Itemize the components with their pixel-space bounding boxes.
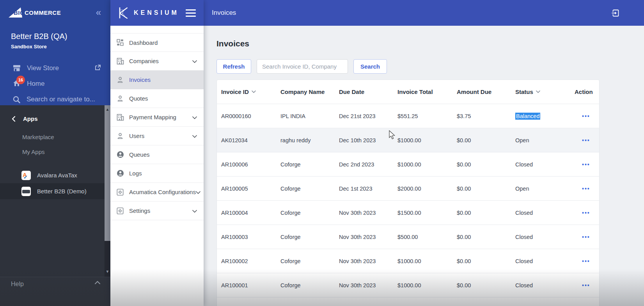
dashboard-icon <box>116 39 124 46</box>
kensium-logo-icon <box>116 6 130 20</box>
cell-company-name: Coforge <box>280 210 339 216</box>
menu-item-queues[interactable]: Queues <box>110 145 204 164</box>
apps-link-my-apps[interactable]: My Apps <box>22 149 110 155</box>
apps-link-marketplace[interactable]: Marketplace <box>22 134 110 140</box>
row-actions-button[interactable]: ••• <box>582 137 590 143</box>
page-title: Invoices <box>216 39 644 48</box>
chevron-down-icon <box>192 58 197 65</box>
table-row: AR100006 Coforge Dec 2nd 2023 $1000.00 $… <box>217 152 599 177</box>
cell-amount-due: $0.00 <box>457 282 515 288</box>
status-value: Closed <box>515 161 533 168</box>
row-actions-button[interactable]: ••• <box>582 161 590 168</box>
apps-panel: Apps Marketplace My Apps A✓ Avalara AvaT… <box>0 105 110 277</box>
app-item-better-b2b[interactable]: Better B2B (Demo) <box>0 183 110 199</box>
table-row: AR100003 Coforge Nov 30th 2023 $500.00 $… <box>217 225 599 249</box>
cell-invoice-id: AR100002 <box>221 258 280 264</box>
cell-due-date: Nov 30th 2023 <box>339 210 397 216</box>
table-row: AR0000160 IPL INDIA Dec 21st 2023 $551.2… <box>217 104 599 128</box>
menu-item-settings[interactable]: Settings <box>110 202 204 220</box>
cell-company-name: Coforge <box>280 282 339 288</box>
cell-invoice-total: $1000.00 <box>397 161 457 168</box>
scroll-down-icon[interactable]: ▼ <box>105 270 110 274</box>
menu-item-quotes[interactable]: Quotes <box>110 89 204 108</box>
cell-status: Closed <box>515 258 575 264</box>
row-actions-button[interactable]: ••• <box>582 186 590 192</box>
menu-item-companies[interactable]: Companies <box>110 52 204 71</box>
app-item-avalara[interactable]: A✓ Avalara AvaTax <box>0 167 110 183</box>
row-actions-button[interactable]: ••• <box>582 210 590 216</box>
nav-search[interactable]: Search or navigate to... <box>0 92 110 107</box>
table-header-row: Invoice ID Company Name Due Date Invoice… <box>217 80 599 104</box>
menu-item-users[interactable]: Users <box>110 127 204 145</box>
row-actions-button[interactable]: ••• <box>582 282 590 288</box>
person-icon <box>116 76 124 83</box>
person-circle-icon <box>116 151 124 158</box>
cell-action: ••• <box>575 137 599 143</box>
column-company-name: Company Name <box>280 88 339 95</box>
menu-item-dashboard[interactable]: Dashboard <box>110 33 204 52</box>
cell-amount-due: $3.75 <box>457 113 515 119</box>
kensium-brand: KENSIUM <box>134 9 179 16</box>
cell-amount-due: $0.00 <box>457 161 515 168</box>
nav-label: Search or navigate to... <box>27 96 95 103</box>
row-actions-button[interactable]: ••• <box>582 113 590 119</box>
hamburger-menu-icon[interactable] <box>186 9 196 17</box>
cell-invoice-id: AK012034 <box>221 137 280 143</box>
scrollbar-thumb[interactable] <box>105 105 110 241</box>
apps-title: Apps <box>23 115 38 122</box>
search-button[interactable]: Search <box>353 59 387 74</box>
exit-app-icon[interactable] <box>611 9 620 18</box>
status-value: Closed <box>515 282 533 288</box>
row-actions-button[interactable]: ••• <box>582 258 590 264</box>
home-icon: 16 <box>13 80 21 88</box>
invoices-page: Invoices Refresh Search Invoice ID Compa… <box>204 26 644 306</box>
store-info: Better B2B (QA) Sandbox Store <box>11 32 110 50</box>
menu-item-logs[interactable]: Logs <box>110 164 204 183</box>
back-chevron-icon <box>12 116 16 122</box>
apps-scrollbar[interactable]: ▲ ▼ <box>105 105 110 277</box>
cell-action: ••• <box>575 282 599 288</box>
sort-chevron-icon <box>536 90 540 93</box>
column-invoice-id[interactable]: Invoice ID <box>221 88 280 95</box>
external-link-icon <box>95 64 101 73</box>
cell-invoice-total: $1000.00 <box>397 282 457 288</box>
bigcommerce-nav: View Store 16 Home <box>0 60 110 107</box>
refresh-button[interactable]: Refresh <box>216 59 251 74</box>
cell-status: Open <box>515 186 575 192</box>
nav-home[interactable]: 16 Home <box>0 76 110 92</box>
search-input[interactable] <box>257 59 348 74</box>
app-name: Better B2B (Demo) <box>37 188 87 195</box>
collapse-sidebar-icon[interactable]: « <box>96 9 101 16</box>
help-bar[interactable]: Help <box>0 277 110 306</box>
kensium-menu: Dashboard Companies <box>110 26 204 220</box>
cell-invoice-total: $2000.00 <box>397 186 457 192</box>
cell-invoice-total: $1500.00 <box>397 210 457 216</box>
search-icon <box>13 96 20 103</box>
store-subtitle: Sandbox Store <box>11 44 110 50</box>
cell-invoice-id: AR100004 <box>221 210 280 216</box>
nav-view-store[interactable]: View Store <box>0 60 110 76</box>
cell-amount-due: $0.00 <box>457 210 515 216</box>
menu-item-invoices[interactable]: Invoices <box>110 71 204 89</box>
cell-action: ••• <box>575 186 599 192</box>
menu-item-payment-mapping[interactable]: Payment Mapping <box>110 108 204 127</box>
cell-action: ••• <box>575 113 599 119</box>
menu-item-acumatica-configurations[interactable]: Acumatica Configurations <box>110 183 204 202</box>
avalara-app-icon: A✓ <box>21 171 31 180</box>
cell-amount-due: $0.00 <box>457 186 515 192</box>
scroll-up-icon[interactable]: ▲ <box>105 108 110 111</box>
status-value: Closed <box>515 258 533 264</box>
cell-invoice-total: $551.25 <box>397 113 457 119</box>
apps-back-header[interactable]: Apps <box>0 105 110 122</box>
column-status[interactable]: Status <box>515 88 575 95</box>
cell-amount-due: $0.00 <box>457 137 515 143</box>
gear-square-icon <box>116 207 124 214</box>
chevron-up-icon <box>95 281 100 284</box>
cell-due-date: Nov 30th 2023 <box>339 234 397 240</box>
row-actions-button[interactable]: ••• <box>582 234 590 240</box>
column-action: Action <box>575 88 599 95</box>
table-row: AR100005 Coforge Dec 1st 2023 $2000.00 $… <box>217 177 599 201</box>
main-area: Invoices Invoices Refresh Search <box>204 0 644 306</box>
cell-company-name: Coforge <box>280 258 339 264</box>
cell-due-date: Dec 2nd 2023 <box>339 161 397 168</box>
